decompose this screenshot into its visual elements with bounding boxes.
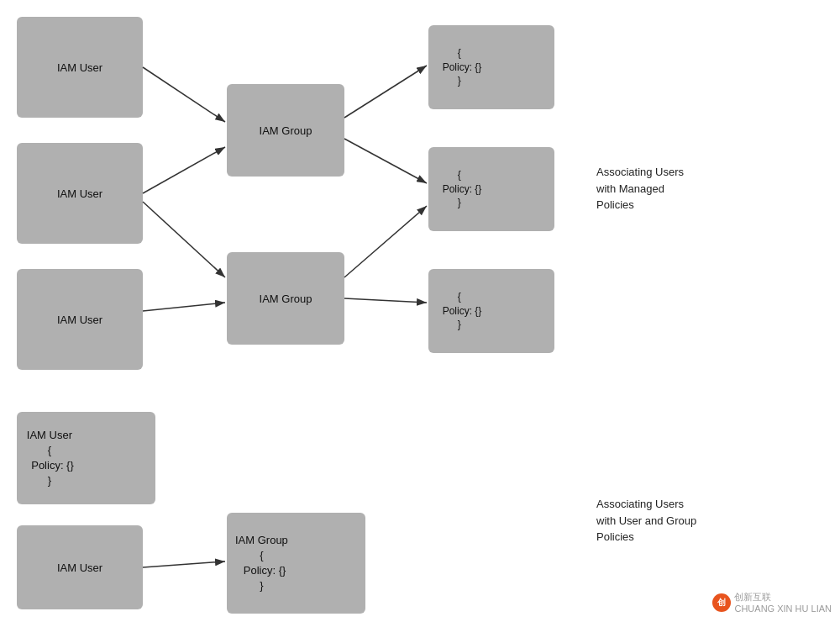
iam-user-bottom-box: IAM User (17, 525, 143, 609)
iam-user-1-label: IAM User (57, 61, 102, 74)
svg-line-3 (143, 202, 225, 277)
iam-user-2-label: IAM User (57, 187, 102, 200)
iam-group-policy-label: IAM Group{ Policy: {}} (235, 533, 288, 594)
policy-1-label: { Policy: {}} (437, 46, 481, 88)
iam-group-2-label: IAM Group (260, 293, 312, 305)
section2-label: Associating Userswith User and GroupPoli… (596, 496, 696, 546)
iam-user-3-label: IAM User (57, 314, 102, 326)
diagram-container: IAM User IAM User IAM User IAM Group IAM… (0, 0, 840, 622)
section1-label: Associating Userswith ManagedPolicies (596, 164, 684, 213)
watermark-text: 创新互联CHUANG XIN HU LIAN (734, 591, 832, 614)
svg-line-5 (344, 66, 427, 118)
svg-line-7 (344, 206, 427, 277)
svg-line-4 (143, 303, 225, 311)
iam-group-1-label: IAM Group (260, 124, 312, 137)
iam-group-2-box: IAM Group (227, 252, 344, 345)
iam-user-policy-label: IAM User{ Policy: {}} (25, 428, 74, 489)
iam-user-3-box: IAM User (17, 269, 143, 370)
policy-3-label: { Policy: {}} (437, 290, 481, 332)
watermark-icon: 创 (712, 593, 731, 612)
iam-user-2-box: IAM User (17, 143, 143, 244)
iam-group-policy-box: IAM Group{ Policy: {}} (227, 513, 365, 614)
svg-line-6 (344, 139, 427, 183)
svg-line-1 (143, 67, 225, 122)
iam-user-policy-box: IAM User{ Policy: {}} (17, 412, 155, 504)
watermark: 创 创新互联CHUANG XIN HU LIAN (712, 591, 832, 614)
iam-group-1-box: IAM Group (227, 84, 344, 177)
svg-line-2 (143, 147, 225, 193)
policy-2-box: { Policy: {}} (428, 147, 554, 231)
policy-2-label: { Policy: {}} (437, 168, 481, 210)
iam-user-1-box: IAM User (17, 17, 143, 118)
iam-user-bottom-label: IAM User (57, 561, 102, 574)
policy-1-box: { Policy: {}} (428, 25, 554, 109)
svg-line-9 (143, 561, 225, 567)
svg-line-8 (344, 298, 427, 303)
policy-3-box: { Policy: {}} (428, 269, 554, 353)
